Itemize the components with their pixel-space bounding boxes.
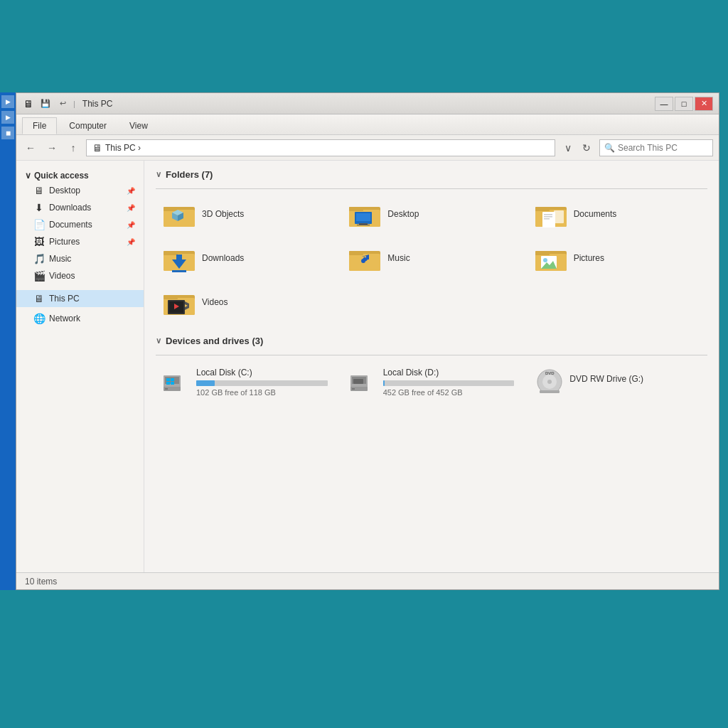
search-input[interactable] (618, 143, 724, 153)
sidebar-item-videos[interactable]: 🎬 Videos (16, 267, 144, 284)
forward-button[interactable]: → (43, 139, 60, 156)
svg-rect-48 (171, 378, 174, 381)
tab-view[interactable]: View (119, 117, 159, 134)
dropdown-button[interactable]: ∨ (560, 139, 577, 156)
svg-rect-19 (544, 218, 550, 220)
quick-access-expand-icon: ∨ (25, 171, 31, 181)
folder-icon-downloads (162, 244, 196, 272)
drive-info-d: Local Disk (D:) 452 GB free of 452 GB (383, 368, 515, 397)
folders-section-header: Folders (7) (156, 169, 707, 180)
drive-space-c: 102 GB free of 118 GB (196, 388, 328, 397)
file-explorer-window: 🖥 💾 ↩ | This PC — □ ✕ File Computer View… (16, 92, 719, 590)
window-icon: 🖥 (22, 97, 35, 110)
tab-file[interactable]: File (22, 117, 57, 134)
folder-name-3d-objects: 3D Objects (202, 209, 244, 219)
downloads-icon: ⬇ (33, 202, 45, 213)
drive-bar-container-c (196, 380, 328, 386)
up-button[interactable]: ↑ (65, 139, 82, 156)
sidebar-item-label: Documents (49, 220, 92, 230)
drive-icon-g: DVD (535, 368, 564, 393)
taskbar-strip-item[interactable]: ▶ (1, 95, 14, 108)
svg-text:DVD: DVD (545, 371, 555, 375)
drives-section: Devices and drives (3) (156, 336, 707, 407)
ribbon-tabs: File Computer View (16, 114, 719, 134)
address-text: This PC › (105, 143, 141, 153)
folder-name-pictures: Pictures (574, 253, 604, 263)
sidebar: ∨ Quick access 🖥 Desktop 📌 ⬇ Downloads 📌… (16, 161, 144, 572)
drive-name-d: Local Disk (D:) (383, 368, 515, 378)
sidebar-item-label: Music (49, 254, 71, 264)
folder-item-music[interactable]: Music (341, 239, 521, 277)
sidebar-item-documents[interactable]: 📄 Documents 📌 (16, 216, 144, 233)
folder-icon-music (348, 244, 382, 272)
folder-name-videos: Videos (202, 297, 228, 307)
search-icon: 🔍 (604, 143, 615, 153)
svg-rect-54 (352, 388, 355, 390)
sidebar-item-label: Network (49, 314, 80, 323)
folder-item-3d-objects[interactable]: 3D Objects (156, 195, 336, 233)
svg-rect-23 (164, 251, 178, 255)
svg-rect-15 (535, 207, 550, 211)
folder-icon-3d-objects (162, 200, 196, 228)
folder-item-videos[interactable]: Videos (156, 283, 336, 321)
sidebar-item-this-pc[interactable]: 🖥 This PC (16, 290, 144, 307)
pin-icon: 📌 (127, 187, 135, 195)
folders-divider (156, 188, 707, 189)
search-box[interactable]: 🔍 (599, 139, 713, 156)
sidebar-item-label: Downloads (49, 203, 91, 213)
drive-item-g[interactable]: DVD DVD RW Drive (G:) (529, 361, 707, 407)
svg-rect-46 (165, 388, 168, 390)
quick-access-header[interactable]: ∨ Quick access (16, 166, 144, 182)
drives-section-header: Devices and drives (3) (156, 336, 707, 346)
svg-rect-47 (166, 378, 170, 381)
svg-rect-49 (166, 382, 170, 385)
drive-bar-d (383, 380, 385, 386)
sidebar-item-music[interactable]: 🎵 Music (16, 250, 144, 267)
svg-rect-50 (171, 382, 174, 385)
folder-item-downloads[interactable]: Downloads (156, 239, 336, 277)
address-path[interactable]: 🖥 This PC › (86, 139, 555, 156)
tab-computer[interactable]: Computer (58, 117, 117, 134)
pin-icon: 📌 (127, 204, 135, 212)
drive-space-d: 452 GB free of 452 GB (383, 388, 515, 397)
minimize-button[interactable]: — (655, 97, 673, 111)
drive-item-c[interactable]: Local Disk (C:) 102 GB free of 118 GB (156, 361, 334, 407)
svg-rect-2 (164, 207, 178, 211)
drive-name-c: Local Disk (C:) (196, 368, 328, 378)
svg-rect-38 (164, 295, 178, 299)
back-button[interactable]: ← (22, 139, 39, 156)
pin-icon: 📌 (127, 221, 135, 229)
sidebar-item-network[interactable]: 🌐 Network (16, 310, 144, 327)
folder-icon-desktop (348, 200, 382, 228)
sidebar-item-label: Videos (49, 271, 75, 281)
folder-item-desktop[interactable]: Desktop (341, 195, 521, 233)
ribbon: File Computer View (16, 114, 719, 135)
taskbar-strip-item[interactable]: ◼ (1, 127, 14, 139)
drive-bar-container-d (383, 380, 515, 386)
folder-item-documents[interactable]: Documents (528, 195, 707, 233)
window-controls: — □ ✕ (655, 97, 713, 111)
drive-icon-c (162, 370, 191, 395)
sidebar-item-downloads[interactable]: ⬇ Downloads 📌 (16, 199, 144, 216)
folder-icon-documents (534, 200, 568, 228)
pin-icon: 📌 (127, 238, 135, 246)
sidebar-item-pictures[interactable]: 🖼 Pictures 📌 (16, 233, 144, 250)
folder-name-music: Music (387, 253, 410, 263)
drive-item-d[interactable]: Local Disk (D:) 452 GB free of 452 GB (343, 361, 521, 407)
item-count: 10 items (25, 577, 57, 587)
folder-name-desktop: Desktop (387, 209, 419, 219)
quick-access-toolbar-icon[interactable]: 💾 (39, 97, 52, 110)
folders-grid: 3D Objects (156, 195, 707, 321)
sidebar-item-label: Desktop (49, 186, 80, 196)
drives-grid: Local Disk (C:) 102 GB free of 118 GB (156, 361, 707, 407)
close-button[interactable]: ✕ (695, 97, 713, 111)
svg-rect-61 (540, 390, 560, 393)
taskbar-strip-item[interactable]: ▶ (1, 111, 14, 124)
quick-access-toolbar-icon2[interactable]: ↩ (56, 97, 69, 110)
drive-header-c: Local Disk (C:) 102 GB free of 118 GB (162, 368, 328, 397)
sidebar-item-desktop[interactable]: 🖥 Desktop 📌 (16, 182, 144, 199)
refresh-button[interactable]: ↻ (578, 139, 595, 156)
desktop-icon: 🖥 (33, 185, 45, 196)
maximize-button[interactable]: □ (675, 97, 693, 111)
folder-item-pictures[interactable]: Pictures (528, 239, 707, 277)
